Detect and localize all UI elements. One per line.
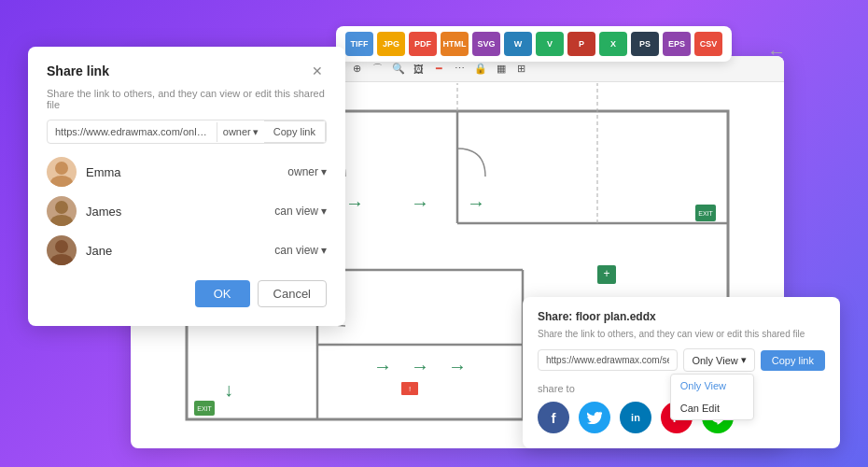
connect-icon[interactable]: ⊕ [350,62,365,77]
role-label: can view [274,205,318,218]
svg-text:→: → [411,192,429,213]
svg-point-30 [55,162,68,175]
dialog-header: Share link ✕ [47,62,327,80]
copy-link-button[interactable]: Copy link [264,120,326,143]
user-row: Jane can view ▾ [47,235,327,265]
chevron-down-icon: ▾ [321,165,327,178]
role-label: owner [287,165,318,178]
svg-point-32 [55,201,68,214]
svg-text:!: ! [409,385,411,393]
image2-icon[interactable]: ▦ [494,62,509,77]
grid-icon[interactable]: ⊞ [514,62,529,77]
only-view-dropdown[interactable]: Only View ▾ Only View Can Edit [683,348,754,372]
svg-point-33 [50,215,73,226]
user-name: James [86,205,274,219]
svg-text:→: → [373,356,392,376]
link-permission-dropdown[interactable]: owner ▾ [217,122,264,142]
only-view-label: Only View [692,355,737,366]
chevron-down-icon: ▾ [321,205,327,218]
user-name: Jane [86,244,274,258]
csv-button[interactable]: CSV [694,32,722,56]
link-row: owner ▾ Copy link [47,120,327,144]
dialog-subtitle: Share the link to others, and they can v… [47,88,327,110]
svg-text:+: + [603,267,609,280]
cancel-button[interactable]: Cancel [258,280,327,307]
dialog-title: Share link [47,64,109,78]
dialog-actions: OK Cancel [47,280,327,307]
format-export-toolbar: TIFF JPG PDF HTML SVG W V P X PS EPS CSV [336,26,732,62]
svg-text:EXIT: EXIT [698,210,713,217]
user-role-dropdown[interactable]: owner ▾ [287,165,327,178]
svg-text:→: → [345,192,364,213]
ps-button[interactable]: PS [631,32,659,56]
share-link-input[interactable] [538,349,678,371]
permission-dropdown-menu: Only View Can Edit [670,374,754,420]
user-row: Emma owner ▾ [47,157,327,187]
only-view-option[interactable]: Only View [671,375,753,397]
share-panel-title: Share: floor plan.eddx [538,310,825,323]
svg-point-34 [55,240,68,253]
svg-text:→: → [411,356,429,376]
line-icon[interactable]: ━ [432,62,447,77]
role-label: can view [274,244,318,257]
chevron-down-icon: ▾ [253,126,259,138]
user-role-dropdown[interactable]: can view ▾ [274,205,327,218]
user-name: Emma [86,165,287,179]
share-panel-subtitle: Share the link to others, and they can v… [538,329,825,339]
word-button[interactable]: W [504,32,532,56]
svg-button[interactable]: SVG [472,32,500,56]
pdf-button[interactable]: PDF [409,32,437,56]
lock-icon[interactable]: 🔒 [473,62,488,77]
facebook-share-button[interactable]: f [538,402,569,433]
avatar [47,235,77,265]
curve-icon[interactable]: ⌒ [371,62,385,77]
eps-button[interactable]: EPS [663,32,691,56]
svg-text:→: → [448,356,467,376]
permission-label: owner [223,126,251,137]
v-button[interactable]: V [536,32,564,56]
image-icon[interactable]: 🖼 [412,62,427,77]
linkedin-share-button[interactable]: in [620,402,651,433]
user-row: James can view ▾ [47,196,327,226]
svg-text:→: → [467,192,485,213]
user-list: Emma owner ▾ James can view ▾ Jane can v… [47,157,327,265]
chevron-down-icon: ▾ [321,244,327,257]
twitter-share-button[interactable] [579,402,610,433]
can-edit-option[interactable]: Can Edit [671,397,753,419]
svg-text:EXIT: EXIT [197,405,212,412]
share-link-dialog: Share link ✕ Share the link to others, a… [28,47,345,326]
avatar [47,196,77,226]
ppt-button[interactable]: P [567,32,595,56]
ok-button[interactable]: OK [195,280,250,307]
chevron-down-icon: ▾ [741,354,747,366]
copy-link-button-2[interactable]: Copy link [761,350,825,371]
xls-button[interactable]: X [599,32,627,56]
close-icon[interactable]: ✕ [308,62,327,80]
dash-icon[interactable]: ⋯ [453,62,468,77]
link-input[interactable] [48,121,217,142]
svg-point-31 [50,176,73,187]
svg-text:↓: ↓ [224,379,233,400]
share-panel: Share: floor plan.eddx Share the link to… [523,297,840,448]
arrow-indicator: ← [767,41,786,63]
html-button[interactable]: HTML [441,32,469,56]
user-role-dropdown[interactable]: can view ▾ [274,244,327,257]
zoom-icon[interactable]: 🔍 [391,62,406,77]
avatar [47,157,77,187]
jpg-button[interactable]: JPG [377,32,405,56]
tiff-button[interactable]: TIFF [345,32,373,56]
share-link-row: Only View ▾ Only View Can Edit Copy link [538,348,825,372]
svg-point-35 [50,254,73,265]
